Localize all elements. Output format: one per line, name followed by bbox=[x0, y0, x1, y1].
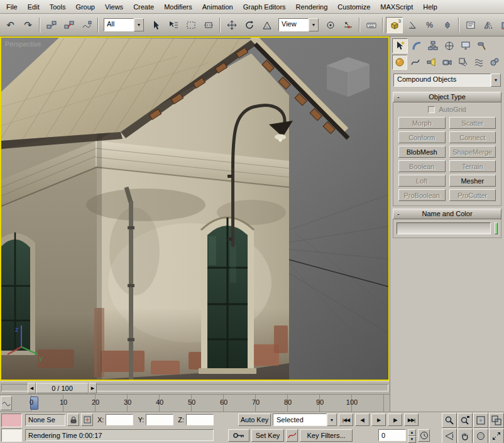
select-and-move-button[interactable] bbox=[223, 17, 240, 33]
z-coordinate-input[interactable] bbox=[186, 414, 214, 425]
menu-file[interactable]: File bbox=[1, 1, 23, 13]
mesher-button[interactable]: Mesher bbox=[449, 175, 496, 187]
chevron-down-icon[interactable]: ▼ bbox=[134, 18, 144, 31]
menu-rendering[interactable]: Rendering bbox=[291, 1, 333, 13]
select-object-button[interactable] bbox=[147, 17, 164, 33]
track-bar-ruler[interactable]: 0 10 20 30 40 50 60 70 80 90 100 bbox=[13, 395, 388, 412]
menu-create[interactable]: Create bbox=[128, 1, 159, 13]
undo-button[interactable]: ↶ bbox=[2, 17, 19, 33]
zoom-extents-button[interactable] bbox=[473, 413, 488, 428]
listener-pane[interactable] bbox=[1, 429, 22, 442]
menu-group[interactable]: Group bbox=[70, 1, 100, 13]
y-coordinate-input[interactable] bbox=[146, 414, 173, 425]
pan-view-button[interactable] bbox=[457, 429, 473, 443]
menu-modifiers[interactable]: Modifiers bbox=[159, 1, 197, 13]
spinner-down-icon[interactable]: ▼ bbox=[408, 436, 416, 443]
arc-rotate-button[interactable] bbox=[473, 429, 488, 443]
category-shapes[interactable] bbox=[408, 55, 423, 70]
category-space-warps[interactable] bbox=[471, 55, 486, 70]
select-and-scale-button[interactable] bbox=[258, 17, 275, 33]
field-of-view-button[interactable] bbox=[442, 429, 457, 443]
key-filters-button[interactable]: Key Filters... bbox=[300, 429, 353, 442]
go-to-start-button[interactable]: |◀◀ bbox=[339, 413, 353, 426]
next-frame-arrow-icon[interactable]: ▶ bbox=[89, 383, 97, 393]
next-frame-button[interactable]: |▶ bbox=[388, 413, 402, 426]
tab-utilities[interactable] bbox=[474, 38, 490, 53]
category-helpers[interactable] bbox=[456, 55, 471, 70]
mini-curve-editor-button[interactable] bbox=[1, 396, 12, 410]
track-bar[interactable]: 0 10 20 30 40 50 60 70 80 90 100 bbox=[0, 394, 390, 412]
window-crossing-toggle-button[interactable] bbox=[200, 17, 217, 33]
category-lights[interactable] bbox=[424, 55, 439, 70]
category-cameras[interactable] bbox=[439, 55, 454, 70]
unlink-selection-button[interactable] bbox=[60, 17, 77, 33]
reference-coordinate-dropdown[interactable]: View ▼ bbox=[278, 18, 319, 31]
auto-key-button[interactable]: Auto Key bbox=[238, 413, 271, 426]
time-configuration-button[interactable] bbox=[418, 429, 430, 442]
object-name-input[interactable] bbox=[397, 222, 491, 234]
blobmesh-button[interactable]: BlobMesh bbox=[398, 146, 446, 158]
new-key-tangent-button[interactable] bbox=[286, 429, 298, 442]
maximize-viewport-toggle-button[interactable] bbox=[489, 429, 504, 443]
use-center-flyout-button[interactable] bbox=[322, 17, 339, 33]
selection-filter-dropdown[interactable]: All ▼ bbox=[104, 18, 144, 31]
tab-modify[interactable] bbox=[408, 38, 424, 53]
select-by-name-button[interactable] bbox=[165, 17, 182, 33]
chevron-down-icon[interactable]: ▼ bbox=[309, 18, 319, 31]
redo-button[interactable]: ↷ bbox=[19, 17, 36, 33]
frame-indicator[interactable]: 0 / 100 bbox=[36, 383, 89, 393]
menu-tools[interactable]: Tools bbox=[45, 1, 71, 13]
frame-spinner[interactable]: ▲ ▼ bbox=[408, 429, 416, 442]
object-category-dropdown[interactable]: Compound Objects ▼ bbox=[393, 74, 501, 87]
menu-edit[interactable]: Edit bbox=[23, 1, 45, 13]
perspective-viewport[interactable]: z y Perspective bbox=[0, 36, 390, 381]
previous-frame-button[interactable]: ◀| bbox=[355, 413, 370, 426]
tab-motion[interactable] bbox=[441, 38, 457, 53]
selection-status-field[interactable]: None Se bbox=[25, 414, 65, 426]
macro-recorder-pane[interactable] bbox=[1, 413, 22, 427]
chevron-down-icon[interactable]: ▼ bbox=[491, 74, 501, 87]
snaps-toggle-button[interactable]: 3 bbox=[386, 17, 403, 33]
edit-named-selection-sets-button[interactable] bbox=[462, 17, 479, 33]
tab-create[interactable] bbox=[392, 38, 408, 53]
current-frame-field[interactable]: 0 bbox=[378, 429, 406, 441]
bind-to-space-warp-button[interactable] bbox=[78, 17, 95, 33]
tab-display[interactable] bbox=[457, 38, 473, 53]
go-to-end-button[interactable]: ▶▶| bbox=[404, 413, 419, 426]
menu-views[interactable]: Views bbox=[100, 1, 128, 13]
viewport-scene[interactable]: z y bbox=[1, 38, 388, 380]
rectangular-selection-region-button[interactable] bbox=[182, 17, 199, 33]
previous-frame-arrow-icon[interactable]: ◀ bbox=[28, 383, 36, 393]
select-and-link-button[interactable] bbox=[43, 17, 60, 33]
menu-help[interactable]: Help bbox=[418, 1, 442, 13]
time-slider-handle[interactable]: ◀ 0 / 100 ▶ bbox=[28, 383, 97, 393]
menu-graph-editors[interactable]: Graph Editors bbox=[238, 1, 291, 13]
menu-customize[interactable]: Customize bbox=[332, 1, 375, 13]
select-and-manipulate-button[interactable] bbox=[339, 17, 356, 33]
spinner-snap-toggle-button[interactable] bbox=[439, 17, 456, 33]
select-and-rotate-button[interactable] bbox=[241, 17, 258, 33]
set-keys-button[interactable] bbox=[228, 429, 249, 442]
viewport-label[interactable]: Perspective bbox=[5, 40, 41, 48]
time-slider[interactable]: ◀ 0 / 100 ▶ bbox=[0, 381, 390, 394]
align-button[interactable] bbox=[497, 17, 504, 33]
category-systems[interactable] bbox=[487, 55, 502, 70]
object-type-rollout-header[interactable]: - Object Type bbox=[393, 92, 501, 102]
menu-animation[interactable]: Animation bbox=[197, 1, 238, 13]
zoom-extents-all-button[interactable] bbox=[489, 413, 504, 428]
set-key-mode-button[interactable]: Set Key bbox=[251, 429, 284, 442]
percent-snap-toggle-button[interactable]: % bbox=[421, 17, 438, 33]
category-geometry[interactable] bbox=[392, 55, 407, 70]
spinner-up-icon[interactable]: ▲ bbox=[408, 429, 416, 436]
key-mode-dropdown[interactable]: Selected ▼ bbox=[273, 413, 337, 426]
maxscript-mini-listener[interactable] bbox=[0, 412, 23, 443]
object-color-swatch[interactable] bbox=[495, 222, 498, 234]
absolute-offset-toggle[interactable] bbox=[81, 413, 93, 426]
x-coordinate-input[interactable] bbox=[106, 414, 133, 425]
tab-hierarchy[interactable] bbox=[425, 38, 441, 53]
chevron-down-icon[interactable]: ▼ bbox=[327, 413, 337, 426]
zoom-all-button[interactable] bbox=[457, 413, 473, 428]
mirror-button[interactable] bbox=[479, 17, 496, 33]
angle-snap-toggle-button[interactable] bbox=[403, 17, 420, 33]
name-color-rollout-header[interactable]: - Name and Color bbox=[393, 209, 501, 219]
